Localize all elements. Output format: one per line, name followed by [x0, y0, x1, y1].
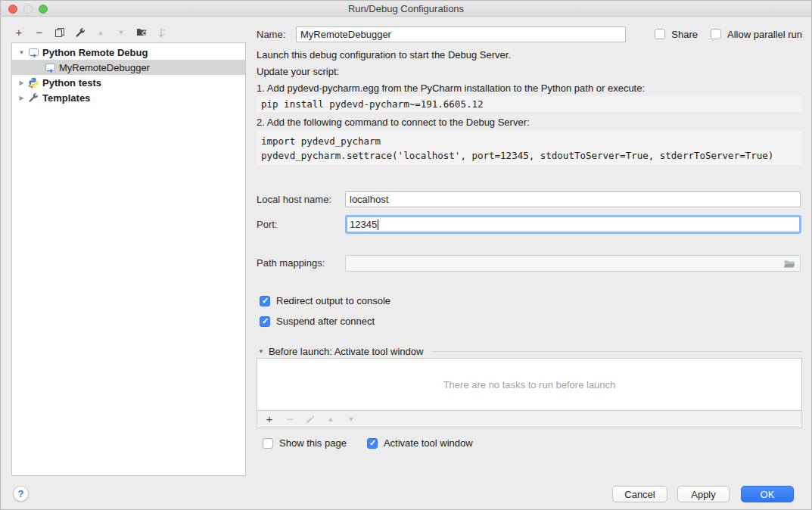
apply-button[interactable]: Apply: [677, 486, 730, 502]
allow-parallel-run-checkbox[interactable]: [711, 29, 721, 39]
name-input[interactable]: MyRemoteDebugger: [296, 26, 626, 42]
path-mappings-input[interactable]: [345, 255, 801, 272]
new-folder-icon[interactable]: [135, 26, 148, 39]
edit-defaults-wrench-icon[interactable]: [74, 26, 86, 39]
settrace-code-block: import pydevd_pycharm pydevd_pycharm.set…: [257, 131, 802, 165]
run-debug-configurations-dialog: Run/Debug Configurations + − ▲ ▼ az ▼ Py…: [0, 0, 812, 510]
expanded-arrow-icon[interactable]: ▼: [17, 49, 26, 56]
separator-line: [432, 351, 802, 352]
tree-item-label: Templates: [42, 92, 90, 104]
pencil-icon: [305, 413, 316, 425]
port-input[interactable]: 12345: [345, 215, 801, 234]
activate-tool-window-label: Activate tool window: [384, 437, 473, 449]
copy-configuration-icon[interactable]: [54, 26, 66, 39]
redirect-output-label: Redirect output to console: [276, 295, 390, 306]
path-mappings-label: Path mappings:: [257, 257, 325, 269]
window-title: Run/Debug Configurations: [1, 3, 811, 14]
activate-tool-window-checkbox-group[interactable]: Activate tool window: [367, 437, 473, 449]
before-launch-header[interactable]: ▼ Before launch: Activate tool window: [258, 346, 802, 357]
pip-install-command: pip install pydevd-pycharm~=191.6605.12: [261, 97, 798, 111]
move-task-up-button: ▲: [325, 413, 336, 425]
text-caret: [378, 219, 378, 230]
local-host-name-label: Local host name:: [257, 194, 331, 205]
instructions-intro: Launch this debug configuration to start…: [257, 49, 511, 61]
footer-options-row: Show this page Activate tool window: [263, 437, 473, 449]
redirect-output-checkbox-group[interactable]: Redirect output to console: [260, 295, 390, 306]
remove-task-button: −: [285, 413, 295, 425]
move-up-button: ▲: [95, 26, 107, 39]
share-checkbox-group[interactable]: Share: [655, 29, 698, 40]
remote-debug-icon: [44, 61, 56, 73]
python-tests-icon: [27, 76, 39, 89]
suspend-after-connect-checkbox[interactable]: [260, 316, 270, 327]
cancel-button[interactable]: Cancel: [612, 486, 667, 502]
show-this-page-label: Show this page: [279, 437, 347, 449]
pip-install-code-block: pip install pydevd-pycharm~=191.6605.12: [257, 96, 802, 112]
remote-debug-icon: [27, 46, 39, 58]
open-folder-icon[interactable]: [783, 259, 796, 271]
ok-button[interactable]: OK: [741, 486, 794, 502]
tree-item-label: MyRemoteDebugger: [59, 62, 150, 73]
allow-parallel-run-label: Allow parallel run: [727, 29, 802, 40]
move-task-down-button: ▼: [346, 413, 356, 425]
activate-tool-window-checkbox[interactable]: [367, 438, 378, 449]
remove-configuration-button[interactable]: −: [33, 26, 45, 39]
titlebar: Run/Debug Configurations: [1, 1, 811, 17]
show-this-page-checkbox-group[interactable]: Show this page: [263, 437, 347, 449]
local-host-name-input[interactable]: localhost: [345, 191, 801, 207]
settrace-call-line: pydevd_pycharm.settrace('localhost', por…: [261, 148, 798, 163]
name-row: Name: MyRemoteDebugger Share Allow paral…: [257, 26, 802, 42]
tree-item-label: Python Remote Debug: [42, 47, 148, 58]
suspend-after-connect-checkbox-group[interactable]: Suspend after connect: [260, 316, 375, 327]
move-down-button: ▼: [115, 26, 127, 39]
redirect-output-checkbox[interactable]: [260, 296, 270, 306]
collapsed-arrow-icon[interactable]: ▶: [17, 79, 26, 86]
show-this-page-checkbox[interactable]: [263, 438, 273, 449]
port-value: 12345: [350, 219, 377, 230]
sort-alphabetically-icon: az: [156, 26, 168, 39]
local-host-name-value: localhost: [350, 194, 388, 205]
suspend-after-connect-label: Suspend after connect: [276, 316, 375, 327]
before-launch-task-list[interactable]: There are no tasks to run before launch: [257, 358, 802, 411]
share-label: Share: [671, 29, 698, 40]
tree-item-templates[interactable]: ▶ Templates: [12, 90, 245, 105]
name-value: MyRemoteDebugger: [300, 29, 391, 40]
tree-item-python-tests[interactable]: ▶ Python tests: [12, 75, 245, 90]
empty-task-message: There are no tasks to run before launch: [443, 379, 616, 390]
wrench-icon: [27, 92, 39, 104]
help-button[interactable]: ?: [13, 486, 29, 502]
name-label: Name:: [257, 29, 296, 40]
settrace-import-line: import pydevd_pycharm: [261, 134, 798, 148]
collapse-arrow-icon[interactable]: ▼: [258, 348, 264, 355]
share-checkbox[interactable]: [655, 29, 665, 39]
configurations-toolbar: + − ▲ ▼ az: [13, 24, 168, 40]
port-label: Port:: [257, 219, 277, 230]
svg-text:z: z: [163, 32, 166, 36]
task-list-toolbar: + − ▲ ▼: [257, 411, 802, 428]
configurations-tree: ▼ Python Remote Debug MyRemoteDebugger ▶: [11, 42, 246, 476]
tree-item-myremotedebugger[interactable]: MyRemoteDebugger: [12, 60, 245, 75]
add-task-button[interactable]: +: [264, 413, 275, 425]
tree-item-python-remote-debug[interactable]: ▼ Python Remote Debug: [12, 45, 245, 60]
tree-item-label: Python tests: [42, 77, 101, 89]
add-configuration-button[interactable]: +: [13, 26, 25, 39]
instructions-step1: 1. Add pydevd-pycharm.egg from the PyCha…: [257, 82, 645, 94]
instructions-step2: 2. Add the following command to connect …: [257, 117, 530, 128]
instructions-update: Update your script:: [257, 66, 339, 77]
allow-parallel-run-checkbox-group[interactable]: Allow parallel run: [711, 29, 802, 40]
before-launch-title: Before launch: Activate tool window: [269, 346, 424, 357]
collapsed-arrow-icon[interactable]: ▶: [17, 95, 26, 101]
